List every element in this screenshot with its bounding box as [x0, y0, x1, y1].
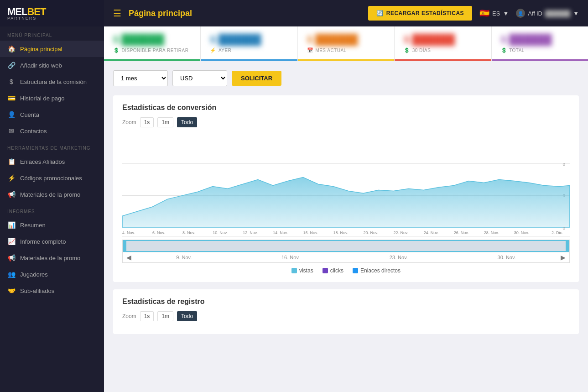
zoom-1m-button[interactable]: 1m [157, 117, 173, 127]
sidebar-label-contactos: Contactos [20, 128, 47, 135]
sidebar-label-resumen: Resumen [20, 222, 46, 229]
page-title: Página principal [129, 9, 361, 18]
aff-id-value: ██████ [545, 10, 570, 17]
legend-enlaces-label: Enlaces directos [360, 267, 401, 274]
sidebar-label-codigos: Códigos promocionales [20, 175, 82, 182]
currency-select[interactable]: USD EUR RUB [172, 70, 227, 86]
svg-text:16. Nov.: 16. Nov. [303, 230, 318, 235]
zoom-todo-button[interactable]: Todo [177, 117, 197, 127]
enlaces-color [353, 268, 358, 273]
sidebar-item-cuenta[interactable]: 👤 Cuenta [0, 106, 104, 123]
clipboard-icon: 📋 [7, 158, 16, 165]
recharge-button[interactable]: 🔄 RECARGAR ESTADÍSTICAS [368, 6, 472, 21]
sidebar-item-codigos-promocionales[interactable]: ⚡ Códigos promocionales [0, 170, 104, 186]
sidebar-item-materiales-promo2[interactable]: 📢 Materiales de la promo [0, 250, 104, 266]
sidebar-label-historial: Historial de pago [20, 95, 65, 102]
stat-label-ayer: ⚡ AYER [210, 47, 288, 53]
svg-text:4. Nov.: 4. Nov. [122, 230, 135, 235]
dollar-icon: $ [7, 78, 16, 85]
registro-zoom-1s[interactable]: 1s [140, 311, 154, 321]
lang-label: ES [492, 10, 500, 17]
svg-text:12. Nov.: 12. Nov. [243, 230, 258, 235]
stat-30dias: $ ██████ 💲 30 DÍAS [395, 26, 491, 61]
sidebar-item-resumen[interactable]: 📊 Resumen [0, 217, 104, 233]
promo-icon: ⚡ [7, 174, 16, 182]
stat-amount-disponible: $ ██████ [113, 34, 191, 46]
range-next-button[interactable]: ▶ [561, 254, 566, 261]
registro-zoom-todo[interactable]: Todo [177, 311, 197, 321]
sidebar-item-anadir-sitio[interactable]: 🔗 Añadir sitio web [0, 57, 104, 73]
range-label-2: 16. Nov. [281, 255, 300, 260]
svg-text:0: 0 [562, 162, 565, 167]
sidebar-item-informe-completo[interactable]: 📈 Informe completo [0, 233, 104, 250]
registro-chart-section: Estadísticas de registro Zoom 1s 1m Todo [113, 289, 579, 334]
sidebar-label-materiales2: Materiales de la promo [20, 255, 80, 261]
svg-text:14. Nov.: 14. Nov. [273, 230, 288, 235]
svg-text:8. Nov.: 8. Nov. [182, 230, 195, 235]
range-left-handle[interactable] [123, 240, 126, 252]
sidebar-item-estructura-comision[interactable]: $ Estructura de la comisión [0, 73, 104, 90]
stat-line-purple [492, 59, 588, 61]
svg-text:18. Nov.: 18. Nov. [333, 230, 348, 235]
aff-id-section[interactable]: 👤 Aff iD ██████ ▼ [516, 9, 579, 18]
language-selector[interactable]: 🇪🇸 ES ▼ [479, 8, 509, 18]
stat-amount-30: $ ██████ [404, 34, 482, 46]
recharge-label: RECARGAR ESTADÍSTICAS [386, 10, 464, 16]
stat-label-total: 💲 TOTAL [501, 47, 579, 53]
chart-legend: vistas clicks Enlaces directos [122, 267, 570, 274]
stat-disponible: $ ██████ 💲 DISPONIBLE PARA RETIRAR [104, 26, 201, 61]
stats-row: $ ██████ 💲 DISPONIBLE PARA RETIRAR $ ███… [104, 26, 588, 62]
stat-label-disponible: 💲 DISPONIBLE PARA RETIRAR [113, 47, 191, 53]
stat-amount-total: $ ██████ [501, 34, 579, 46]
dollar-stat-icon: 💲 [113, 47, 120, 53]
sidebar-item-enlaces-afiliados[interactable]: 📋 Enlaces Afiliados [0, 153, 104, 170]
zoom-controls: Zoom 1s 1m Todo [122, 117, 570, 127]
sidebar-item-materiales-promo[interactable]: 📢 Materiales de la promo [0, 186, 104, 203]
solicitar-button[interactable]: SOLICITAR [232, 71, 281, 86]
sidebar-label-anadir-sitio: Añadir sitio web [20, 62, 62, 69]
calendar-icon: 📅 [307, 47, 314, 53]
sidebar-item-pagina-principal[interactable]: 🏠 Página principal [0, 41, 104, 57]
filter-row: 1 mes 3 meses 6 meses 1 año USD EUR RUB … [113, 70, 579, 86]
sidebar-label-estructura: Estructura de la comisión [20, 78, 87, 85]
sidebar-item-historial-pago[interactable]: 💳 Historial de pago [0, 90, 104, 106]
handshake-icon: 🤝 [7, 287, 16, 294]
herramientas-label: HERRAMIENTAS DE MARKETING [0, 139, 104, 153]
svg-text:24. Nov.: 24. Nov. [424, 230, 439, 235]
stat-label-30: 💲 30 DÍAS [404, 47, 482, 53]
svg-text:22. Nov.: 22. Nov. [394, 230, 409, 235]
sidebar-item-contactos[interactable]: ✉ Contactos [0, 123, 104, 139]
vistas-color [291, 268, 297, 273]
aff-label: Aff iD [528, 10, 542, 17]
legend-vistas-label: vistas [299, 267, 313, 274]
dollar2-icon: 💲 [404, 47, 411, 53]
hamburger-icon[interactable]: ☰ [113, 8, 121, 19]
period-select[interactable]: 1 mes 3 meses 6 meses 1 año [113, 70, 168, 86]
svg-text:28. Nov.: 28. Nov. [484, 230, 499, 235]
range-prev-button[interactable]: ◀ [126, 254, 131, 261]
sidebar-item-jugadores[interactable]: 👥 Jugadores [0, 266, 104, 282]
zoom-1s-button[interactable]: 1s [140, 117, 154, 127]
range-label-1: 9. Nov. [176, 255, 192, 260]
legend-enlaces-directos: Enlaces directos [353, 267, 401, 274]
megaphone2-icon: 📢 [7, 254, 16, 261]
svg-text:10. Nov.: 10. Nov. [213, 230, 228, 235]
sidebar-label-informe: Informe completo [20, 238, 66, 245]
aff-chevron-icon: ▼ [573, 10, 579, 17]
registro-zoom-1m[interactable]: 1m [157, 311, 173, 321]
svg-text:6. Nov.: 6. Nov. [152, 230, 165, 235]
range-right-handle[interactable] [566, 240, 569, 252]
line-chart-icon: 📈 [7, 238, 16, 245]
main-content: ☰ Página principal 🔄 RECARGAR ESTADÍSTIC… [104, 0, 588, 392]
card-icon: 💳 [7, 94, 16, 102]
aff-avatar: 👤 [516, 9, 525, 18]
megaphone-icon: 📢 [7, 191, 16, 198]
sidebar-item-sub-afiliados[interactable]: 🤝 Sub-afiliados [0, 282, 104, 299]
svg-text:30. Nov.: 30. Nov. [514, 230, 529, 235]
link-icon: 🔗 [7, 62, 16, 69]
conversion-chart-container: 0 0 4. Nov. 6. Nov. [122, 132, 570, 274]
lang-chevron-icon: ▼ [503, 10, 509, 17]
mail-icon: ✉ [7, 127, 16, 135]
stat-amount-mes: $ ██████ [307, 34, 385, 46]
group-icon: 👥 [7, 271, 16, 278]
